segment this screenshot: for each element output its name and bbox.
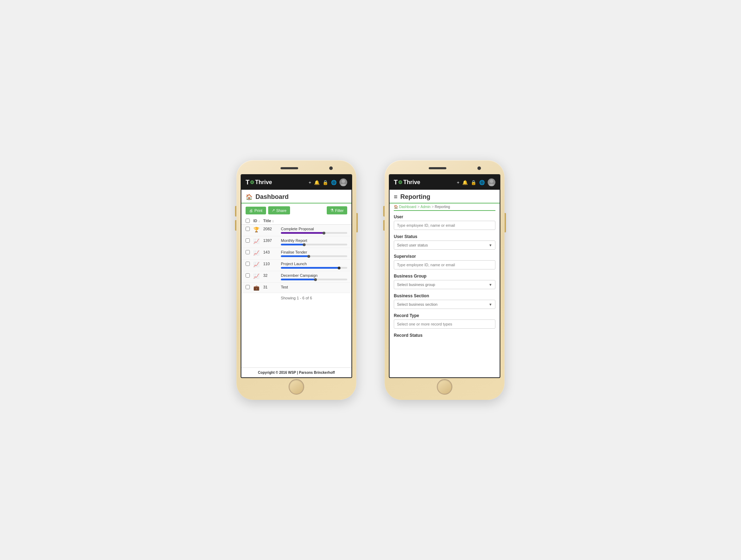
table-row[interactable]: 📈 32 December Campaign (241, 271, 351, 283)
progress-bar[interactable] (281, 255, 347, 257)
volume-up-button[interactable] (235, 206, 236, 217)
user-field-group: User (394, 214, 495, 230)
phone-top-bar (389, 164, 500, 174)
record-type-input[interactable] (394, 319, 495, 329)
home-button[interactable] (437, 379, 452, 395)
page-title: Dashboard (255, 193, 289, 201)
row-type-icon: 📈 (253, 250, 263, 256)
avatar[interactable] (488, 178, 495, 186)
phone-bottom (241, 378, 352, 396)
power-button[interactable] (356, 213, 358, 232)
share-icon: ↗ (272, 208, 275, 213)
progress-bar[interactable] (281, 232, 347, 234)
lock-icon[interactable]: 🔒 (323, 180, 328, 185)
phone-top-bar (241, 164, 352, 174)
supervisor-label: Supervisor (394, 254, 495, 259)
bell-icon[interactable]: 🔔 (462, 180, 468, 185)
phone-dashboard: T⚙Thrive + 🔔 🔒 🌐 🏠 Dashboard (236, 160, 356, 400)
row-title: Monthly Report (281, 238, 347, 243)
user-status-label: User Status (394, 234, 495, 239)
table-row[interactable]: 🏆 2082 Complete Proposal (241, 225, 351, 236)
business-section-field-group: Business Section Select business section… (394, 293, 495, 309)
row-checkbox[interactable] (246, 262, 250, 266)
row-title: Project Launch (281, 262, 347, 266)
row-title-wrap: Monthly Report (281, 238, 347, 245)
table-row[interactable]: 💼 31 Test (241, 283, 351, 293)
row-checkbox[interactable] (246, 285, 250, 289)
add-icon[interactable]: + (457, 180, 459, 185)
row-type-icon: 📈 (253, 262, 263, 267)
chevron-down-icon: ▼ (489, 243, 492, 247)
reporting-form: User User Status Select user status ▼ Su… (390, 211, 500, 346)
breadcrumb-admin-link[interactable]: Admin (421, 205, 430, 209)
row-id: 2082 (263, 227, 281, 231)
business-section-placeholder: Select business section (397, 302, 438, 306)
page-title: Reporting (400, 193, 430, 201)
volume-up-button[interactable] (383, 206, 385, 217)
row-checkbox[interactable] (246, 273, 250, 278)
sort-arrow-id: ↓ (258, 219, 260, 223)
speaker (429, 167, 446, 169)
table-row[interactable]: 📈 143 Finalise Tender (241, 248, 351, 260)
row-id: 110 (263, 262, 281, 266)
table-row[interactable]: 📈 110 Project Launch (241, 260, 351, 271)
logo-gear-icon: ⚙ (398, 179, 403, 185)
filter-icon: ⚗ (330, 208, 334, 213)
volume-down-button[interactable] (383, 220, 385, 231)
sort-arrow-title: ↕ (272, 219, 274, 223)
user-input[interactable] (394, 221, 495, 230)
app-footer: Copyright © 2016 WSP | Parsons Brinckerh… (241, 367, 351, 377)
power-button[interactable] (505, 213, 506, 232)
business-group-placeholder: Select business group (397, 282, 435, 287)
filter-label: Filter (335, 208, 344, 213)
add-icon[interactable]: + (308, 180, 311, 185)
breadcrumb-home-link[interactable]: Dashboard (399, 205, 416, 209)
print-button[interactable]: 🖨 Print (246, 207, 266, 214)
globe-icon[interactable]: 🌐 (331, 180, 337, 185)
app-logo: T⚙Thrive (246, 179, 272, 186)
record-status-field-group: Record Status (394, 333, 495, 338)
row-checkbox[interactable] (246, 250, 250, 254)
table-row[interactable]: 📈 1397 Monthly Report (241, 236, 351, 248)
bell-icon[interactable]: 🔔 (314, 180, 320, 185)
progress-bar[interactable] (281, 279, 347, 280)
share-button[interactable]: ↗ Share (268, 206, 290, 214)
business-section-label: Business Section (394, 293, 495, 298)
lock-icon[interactable]: 🔒 (471, 180, 476, 185)
business-section-select[interactable]: Select business section ▼ (394, 300, 495, 309)
row-checkbox[interactable] (246, 227, 250, 231)
select-all-checkbox[interactable] (246, 219, 250, 223)
print-icon: 🖨 (249, 208, 253, 213)
table-header: ID ↓ Title ↕ (241, 217, 351, 225)
home-button[interactable] (289, 379, 304, 395)
progress-bar[interactable] (281, 267, 347, 269)
progress-bar[interactable] (281, 244, 347, 245)
showing-count: Showing 1 - 6 of 6 (241, 293, 351, 303)
app-logo: T⚙Thrive (394, 179, 420, 186)
globe-icon[interactable]: 🌐 (479, 180, 485, 185)
user-status-field-group: User Status Select user status ▼ (394, 234, 495, 250)
logo-t: T (246, 179, 249, 186)
breadcrumb-sep1: > (417, 205, 420, 209)
camera (477, 166, 481, 170)
row-type-icon: 📈 (253, 238, 263, 244)
user-status-select[interactable]: Select user status ▼ (394, 241, 495, 250)
volume-down-button[interactable] (235, 220, 236, 231)
row-title-wrap: December Campaign (281, 273, 347, 280)
phone-screen-dashboard: T⚙Thrive + 🔔 🔒 🌐 🏠 Dashboard (241, 174, 352, 378)
supervisor-field-group: Supervisor (394, 254, 495, 269)
record-type-field-group: Record Type (394, 313, 495, 329)
business-group-field-group: Business Group Select business group ▼ (394, 274, 495, 289)
supervisor-input[interactable] (394, 260, 495, 269)
col-title-header: Title ↕ (263, 219, 281, 223)
business-group-select[interactable]: Select business group ▼ (394, 280, 495, 289)
svg-point-1 (341, 184, 346, 186)
filter-button[interactable]: ⚗ Filter (327, 206, 347, 214)
row-title-wrap: Project Launch (281, 262, 347, 269)
page-title-row: 🏠 Dashboard (241, 190, 351, 203)
row-title: Finalise Tender (281, 250, 347, 254)
row-type-icon: 📈 (253, 273, 263, 279)
row-checkbox[interactable] (246, 238, 250, 243)
avatar[interactable] (339, 178, 347, 186)
phone-bottom (389, 378, 500, 396)
